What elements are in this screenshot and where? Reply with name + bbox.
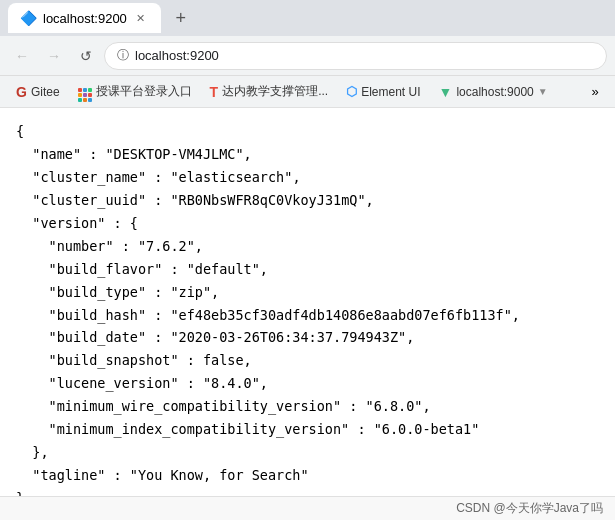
refresh-button[interactable]: ↺ <box>72 42 100 70</box>
address-bar[interactable]: ⓘ localhost:9200 <box>104 42 607 70</box>
json-line-11: "lucene_version" : "8.4.0", <box>16 372 599 395</box>
bookmark-danei-label: 达内教学支撑管理... <box>222 83 328 100</box>
tab-title: localhost:9200 <box>43 11 127 26</box>
json-line-15: "tagline" : "You Know, for Search" <box>16 464 599 487</box>
more-bookmarks-button[interactable]: » <box>583 80 607 104</box>
tab-favicon: 🔷 <box>20 10 37 26</box>
bookmark-localhost9000[interactable]: ▼ localhost:9000 ▼ <box>431 80 556 104</box>
json-line-1: "name" : "DESKTOP-VM4JLMC", <box>16 143 599 166</box>
more-icon: » <box>591 84 598 99</box>
json-line-14: }, <box>16 441 599 464</box>
json-content: { "name" : "DESKTOP-VM4JLMC", "cluster_n… <box>0 108 615 496</box>
active-tab[interactable]: 🔷 localhost:9200 ✕ <box>8 3 161 33</box>
json-line-2: "cluster_name" : "elasticsearch", <box>16 166 599 189</box>
bookmark-elementui-label: Element UI <box>361 85 420 99</box>
back-button[interactable]: ← <box>8 42 36 70</box>
danei-icon: T <box>210 84 219 100</box>
title-bar: 🔷 localhost:9200 ✕ + <box>0 0 615 36</box>
bottom-bar: CSDN @今天你学Java了吗 <box>0 496 615 520</box>
json-line-13: "minimum_index_compatibility_version" : … <box>16 418 599 441</box>
forward-button[interactable]: → <box>40 42 68 70</box>
json-line-7: "build_type" : "zip", <box>16 281 599 304</box>
bookmark-danei[interactable]: T 达内教学支撑管理... <box>202 79 337 104</box>
json-line-0: { <box>16 120 599 143</box>
watermark-text: CSDN @今天你学Java了吗 <box>456 500 603 517</box>
json-line-8: "build_hash" : "ef48eb35cf30adf4db14086e… <box>16 304 599 327</box>
lock-icon: ⓘ <box>117 47 129 64</box>
bookmark-jiaoke-label: 授课平台登录入口 <box>96 83 192 100</box>
new-tab-button[interactable]: + <box>167 4 195 32</box>
json-line-3: "cluster_uuid" : "RB0NbsWFR8qC0VkoyJ31mQ… <box>16 189 599 212</box>
bookmark-localhost9000-label: localhost:9000 <box>456 85 533 99</box>
tab-close-button[interactable]: ✕ <box>133 10 149 26</box>
json-line-4: "version" : { <box>16 212 599 235</box>
json-line-10: "build_snapshot" : false, <box>16 349 599 372</box>
bookmarks-bar: G Gitee 授课平台登录入口 T 达内教学支撑管理... ⬡ Element… <box>0 76 615 108</box>
bookmark-gitee[interactable]: G Gitee <box>8 80 68 104</box>
bookmark-jiaoke[interactable]: 授课平台登录入口 <box>70 77 200 106</box>
bookmark-more-chevron: ▼ <box>538 86 548 97</box>
json-line-16: } <box>16 487 599 496</box>
nav-bar: ← → ↺ ⓘ localhost:9200 <box>0 36 615 76</box>
vuejs-icon: ▼ <box>439 84 453 100</box>
grid-icon <box>78 81 92 102</box>
json-line-9: "build_date" : "2020-03-26T06:34:37.7949… <box>16 326 599 349</box>
json-line-6: "build_flavor" : "default", <box>16 258 599 281</box>
gitee-icon: G <box>16 84 27 100</box>
bookmark-gitee-label: Gitee <box>31 85 60 99</box>
bookmark-elementui[interactable]: ⬡ Element UI <box>338 80 428 103</box>
elementui-icon: ⬡ <box>346 84 357 99</box>
json-line-5: "number" : "7.6.2", <box>16 235 599 258</box>
json-line-12: "minimum_wire_compatibility_version" : "… <box>16 395 599 418</box>
url-text: localhost:9200 <box>135 48 219 63</box>
